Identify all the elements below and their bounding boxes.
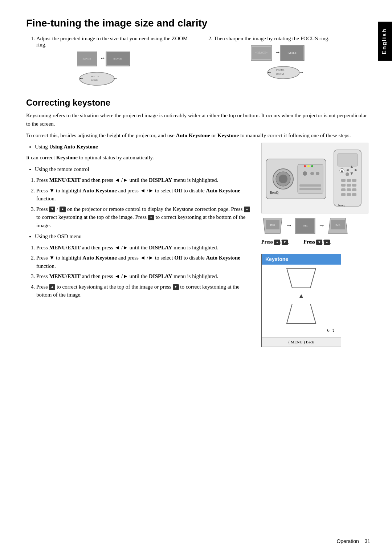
osd-step-2: Press ▼ to highlight Auto Keystone and p… bbox=[36, 254, 254, 270]
svg-text:→: → bbox=[299, 69, 304, 75]
svg-text:BenQ: BenQ bbox=[270, 191, 279, 195]
svg-text:ZOOM: ZOOM bbox=[91, 79, 98, 82]
keystone-right: BenQ bbox=[261, 143, 370, 347]
svg-text:~IMAGE~: ~IMAGE~ bbox=[255, 51, 268, 54]
keystone-value: 6 ⇕ bbox=[327, 327, 335, 334]
svg-rect-50 bbox=[341, 193, 346, 196]
page-footer: Operation 31 bbox=[336, 538, 370, 544]
keystone-left: Using Using Auto Keystone It can correct… bbox=[26, 143, 254, 347]
osd-steps-list: Press MENU/EXIT and then press ◄ /► unti… bbox=[36, 244, 254, 299]
osd-step-3: Press MENU/EXIT and then press ◄ /► unti… bbox=[36, 272, 254, 281]
press-label-1: Press ▲/▼. bbox=[261, 238, 289, 246]
svg-text:IMAGE: IMAGE bbox=[82, 57, 91, 60]
remote-steps-list: Press MENU/EXIT and then press ◄ /► unti… bbox=[36, 176, 254, 229]
svg-rect-39 bbox=[338, 154, 358, 166]
keystone-menu-content: ▲ 6 ⇕ bbox=[262, 265, 341, 338]
small-images-row: IMG → IMG → bbox=[261, 218, 349, 234]
svg-point-27 bbox=[279, 175, 287, 183]
svg-point-40 bbox=[346, 172, 349, 176]
keystone-menu-title: Keystone bbox=[262, 254, 341, 265]
remote-step-3: Press ▼ / ▲ on the projector or remote c… bbox=[36, 205, 254, 230]
svg-text:▲: ▲ bbox=[350, 164, 354, 169]
fine-tuning-heading: Fine-tuning the image size and clarity bbox=[26, 17, 370, 29]
svg-point-29 bbox=[303, 171, 307, 176]
page-container: English Fine-tuning the image size and c… bbox=[0, 0, 392, 555]
svg-rect-46 bbox=[352, 184, 356, 187]
bullet-osd: Using the OSD menu bbox=[35, 232, 254, 241]
svg-text:←: ← bbox=[267, 69, 272, 75]
svg-text:↔: ↔ bbox=[100, 55, 106, 61]
keystone-footer: ( MENU ) Back bbox=[262, 337, 341, 347]
projector-image: BenQ bbox=[261, 143, 368, 213]
svg-text:ZOOM: ZOOM bbox=[276, 73, 284, 76]
svg-marker-70 bbox=[287, 304, 316, 323]
keystone-intro2: To correct this, besides adjusting the h… bbox=[26, 131, 370, 140]
svg-text:IMG: IMG bbox=[303, 224, 308, 227]
fine-tune-right: Then sharpen the image by rotating the F… bbox=[204, 36, 370, 86]
svg-rect-42 bbox=[347, 179, 351, 182]
svg-rect-52 bbox=[352, 193, 356, 196]
osd-step-4: Press ▲ to correct keystoning at the top… bbox=[36, 283, 254, 299]
keystone-intro1: Keystoning refers to the situation where… bbox=[26, 111, 370, 128]
press-row: Press ▲/▼. Press ▼/▲. bbox=[261, 238, 331, 246]
svg-text:⏻: ⏻ bbox=[341, 170, 343, 172]
keystone-heading: Correcting keystone bbox=[26, 98, 370, 108]
svg-text:◄: ◄ bbox=[345, 167, 350, 172]
svg-rect-43 bbox=[352, 179, 356, 182]
remote-step-1: Press MENU/EXIT and then press ◄ /► unti… bbox=[36, 176, 254, 184]
focus-illustration: ~IMAGE~ → IMAGE FOCUS ZOOM ← → bbox=[204, 45, 370, 80]
svg-rect-51 bbox=[347, 193, 351, 196]
side-tab: English bbox=[378, 22, 392, 61]
zoom-illustration: IMAGE ↔ IMAGE FOCUS ZOOM ← → bbox=[26, 52, 193, 86]
footer-operation-label: Operation bbox=[336, 538, 359, 544]
svg-text:←: ← bbox=[79, 76, 84, 81]
svg-rect-49 bbox=[352, 188, 356, 191]
keystone-menu-box: Keystone ▲ bbox=[261, 254, 341, 347]
svg-point-31 bbox=[316, 172, 319, 175]
svg-rect-41 bbox=[341, 179, 346, 182]
footer-page-number: 31 bbox=[364, 538, 370, 544]
fine-tuning-content: Adjust the projected image to the size t… bbox=[26, 36, 370, 86]
svg-text:FOCUS: FOCUS bbox=[276, 69, 285, 72]
side-tab-label: English bbox=[381, 28, 387, 54]
svg-point-34 bbox=[304, 165, 306, 167]
svg-text:IMAGE: IMAGE bbox=[113, 57, 122, 60]
svg-rect-44 bbox=[341, 184, 346, 187]
svg-text:IMG: IMG bbox=[270, 224, 275, 227]
remote-step-2: Press ▼ to highlight Auto Keystone and p… bbox=[36, 187, 254, 203]
svg-point-36 bbox=[311, 165, 313, 167]
keystone-content: Keystoning refers to the situation where… bbox=[26, 111, 370, 347]
svg-point-30 bbox=[310, 172, 314, 175]
bullet-auto: Using Using Auto Keystone bbox=[35, 143, 254, 151]
svg-text:→: → bbox=[275, 49, 281, 55]
svg-rect-33 bbox=[299, 188, 321, 190]
bullet-remote: Using the remote control bbox=[35, 165, 254, 174]
svg-text:►: ► bbox=[354, 167, 358, 172]
svg-rect-32 bbox=[299, 184, 321, 187]
svg-text:FOCUS: FOCUS bbox=[91, 75, 99, 78]
svg-text:IMAGE: IMAGE bbox=[287, 52, 297, 55]
press-label-2: Press ▼/▲. bbox=[303, 238, 331, 246]
svg-text:IMG: IMG bbox=[335, 224, 340, 227]
svg-text:→: → bbox=[113, 76, 118, 81]
svg-text:▼: ▼ bbox=[350, 171, 354, 176]
fine-tune-step1: Adjust the projected image to the size t… bbox=[36, 36, 193, 48]
press-item-1: Press ▲/▼. bbox=[261, 238, 289, 246]
fine-tuning-section: Fine-tuning the image size and clarity A… bbox=[26, 17, 370, 86]
osd-step-1: Press MENU/EXIT and then press ◄ /► unti… bbox=[36, 244, 254, 252]
keystone-section: Correcting keystone Keystoning refers to… bbox=[26, 98, 370, 347]
svg-point-35 bbox=[307, 165, 310, 167]
keystone-layout: Using Using Auto Keystone It can correct… bbox=[26, 143, 370, 347]
press-item-2: Press ▼/▲. bbox=[303, 238, 331, 246]
fine-tune-left: Adjust the projected image to the size t… bbox=[26, 36, 193, 86]
svg-marker-69 bbox=[287, 268, 316, 288]
svg-text:benq: benq bbox=[338, 204, 344, 207]
auto-desc: It can correct Keystone to optimal statu… bbox=[26, 154, 254, 162]
svg-rect-45 bbox=[347, 184, 351, 187]
fine-tune-step2: Then sharpen the image by rotating the F… bbox=[214, 36, 370, 42]
svg-rect-48 bbox=[347, 188, 351, 191]
svg-rect-47 bbox=[341, 188, 346, 191]
